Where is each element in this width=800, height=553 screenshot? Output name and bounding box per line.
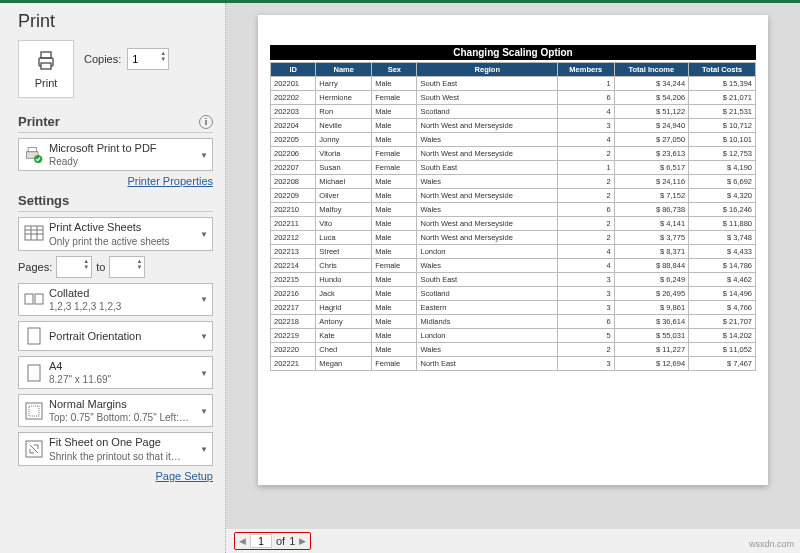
chevron-down-icon: ▼ — [200, 295, 208, 304]
table-row: 202213StreetMaleLondon4$ 8,371$ 4,433 — [271, 245, 756, 259]
col-header: Total Costs — [689, 63, 756, 77]
svg-rect-6 — [25, 226, 43, 240]
pages-to-stepper[interactable]: ▲▼ — [109, 256, 145, 278]
pages-from-stepper[interactable]: ▲▼ — [56, 256, 92, 278]
page-navigator[interactable]: ◀ of 1 ▶ — [234, 532, 311, 550]
sheet-title: Changing Scaling Option — [270, 45, 756, 60]
col-header: Members — [558, 63, 614, 77]
col-header: Sex — [372, 63, 417, 77]
settings-section-header: Settings — [18, 193, 213, 212]
page-title: Print — [18, 11, 213, 32]
table-row: 202208MichaelMaleWales2$ 24,116$ 6,692 — [271, 175, 756, 189]
table-row: 202217HagridMaleEastern3$ 9,861$ 4,766 — [271, 301, 756, 315]
printer-icon — [33, 49, 59, 73]
preview-table: IDNameSexRegionMembersTotal IncomeTotal … — [270, 62, 756, 371]
paper-size-select[interactable]: A48.27" x 11.69" ▼ — [18, 356, 213, 389]
collate-icon — [23, 288, 45, 310]
table-row: 202218AntonyMaleMidlands6$ 36,614$ 21,70… — [271, 315, 756, 329]
print-button-label: Print — [35, 77, 58, 89]
orientation-select[interactable]: Portrait Orientation ▼ — [18, 321, 213, 351]
svg-rect-4 — [28, 147, 36, 151]
col-header: Region — [417, 63, 558, 77]
svg-rect-11 — [25, 294, 33, 304]
svg-rect-2 — [41, 63, 51, 69]
pages-to-label: to — [96, 261, 105, 273]
sheets-icon — [23, 223, 45, 245]
svg-rect-14 — [28, 365, 40, 381]
print-what-select[interactable]: Print Active SheetsOnly print the active… — [18, 217, 213, 250]
table-row: 202214ChrisFemaleWales4$ 88,844$ 14,786 — [271, 259, 756, 273]
col-header: Total Income — [614, 63, 689, 77]
margins-icon — [23, 400, 45, 422]
current-page-input[interactable] — [250, 534, 272, 548]
prev-page-icon[interactable]: ◀ — [239, 536, 246, 546]
table-row: 202203RonMaleScotland4$ 51,122$ 21,531 — [271, 105, 756, 119]
table-row: 202212LucaMaleNorth West and Merseyside2… — [271, 231, 756, 245]
portrait-icon — [23, 325, 45, 347]
copies-input[interactable] — [132, 53, 158, 65]
table-row: 202210MalfoyMaleWales6$ 86,738$ 16,246 — [271, 203, 756, 217]
chevron-down-icon: ▼ — [200, 229, 208, 238]
chevron-down-icon[interactable]: ▼ — [160, 56, 166, 62]
page-setup-link[interactable]: Page Setup — [18, 470, 213, 482]
chevron-down-icon: ▼ — [200, 331, 208, 340]
table-row: 202219KateMaleLondon5$ 55,031$ 14,202 — [271, 329, 756, 343]
table-row: 202216JackMaleScotland3$ 26,495$ 14,496 — [271, 287, 756, 301]
col-header: Name — [316, 63, 372, 77]
printer-name: Microsoft Print to PDF — [49, 141, 157, 155]
table-row: 202211VitoMaleNorth West and Merseyside2… — [271, 217, 756, 231]
scaling-icon — [23, 438, 45, 460]
table-row: 202209OliverMaleNorth West and Merseysid… — [271, 189, 756, 203]
chevron-down-icon: ▼ — [200, 445, 208, 454]
table-row: 202201HarryMaleSouth East1$ 34,244$ 15,3… — [271, 77, 756, 91]
printer-properties-link[interactable]: Printer Properties — [18, 175, 213, 187]
printer-select[interactable]: Microsoft Print to PDF Ready ▼ — [18, 138, 213, 171]
table-row: 202220ChedMaleWales2$ 11,227$ 11,052 — [271, 343, 756, 357]
chevron-down-icon: ▼ — [200, 406, 208, 415]
total-pages: 1 — [289, 535, 295, 547]
table-row: 202206VitoriaFemaleNorth West and Mersey… — [271, 147, 756, 161]
scaling-select[interactable]: Fit Sheet on One PageShrink the printout… — [18, 432, 213, 465]
svg-rect-1 — [41, 52, 51, 58]
print-button[interactable]: Print — [18, 40, 74, 98]
svg-rect-13 — [28, 328, 40, 344]
svg-rect-12 — [35, 294, 43, 304]
paper-icon — [23, 362, 45, 384]
chevron-down-icon: ▼ — [200, 368, 208, 377]
print-preview: Changing Scaling Option IDNameSexRegionM… — [226, 3, 800, 529]
margins-select[interactable]: Normal MarginsTop: 0.75" Bottom: 0.75" L… — [18, 394, 213, 427]
table-row: 202207SusanFemaleSouth East1$ 6,517$ 4,1… — [271, 161, 756, 175]
table-row: 202215HundoMaleSouth East3$ 6,249$ 4,462 — [271, 273, 756, 287]
info-icon[interactable]: i — [199, 115, 213, 129]
svg-rect-15 — [26, 403, 42, 419]
watermark: wsxdn.com — [749, 539, 794, 549]
chevron-down-icon: ▼ — [200, 150, 208, 159]
printer-section-header: Printer i — [18, 114, 213, 133]
table-row: 202204NevilleMaleNorth West and Merseysi… — [271, 119, 756, 133]
collate-select[interactable]: Collated1,2,3 1,2,3 1,2,3 ▼ — [18, 283, 213, 316]
pages-label: Pages: — [18, 261, 52, 273]
table-row: 202205JonnyMaleWales4$ 27,050$ 10,101 — [271, 133, 756, 147]
copies-label: Copies: — [84, 53, 121, 65]
copies-stepper[interactable]: ▲▼ — [127, 48, 169, 70]
table-row: 202221MeganFemaleNorth East3$ 12,694$ 7,… — [271, 357, 756, 371]
col-header: ID — [271, 63, 316, 77]
preview-page: Changing Scaling Option IDNameSexRegionM… — [258, 15, 768, 485]
of-label: of — [276, 535, 285, 547]
printer-status-icon — [23, 144, 45, 166]
printer-status: Ready — [49, 155, 157, 168]
next-page-icon[interactable]: ▶ — [299, 536, 306, 546]
table-row: 202202HermioneFemaleSouth West6$ 54,206$… — [271, 91, 756, 105]
